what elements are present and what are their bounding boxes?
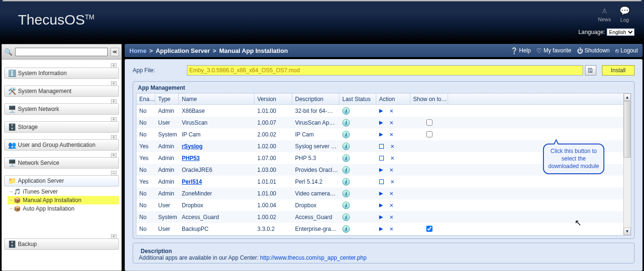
info-icon[interactable]: i [342, 166, 350, 174]
info-icon[interactable]: i [342, 213, 350, 221]
table-scrollbar[interactable]: ▲ ▼ [623, 93, 631, 235]
app-file-input[interactable] [187, 65, 583, 76]
table-row[interactable]: NoAdminX86Base1.01.0032-bit for 64-…i▶× [136, 105, 623, 117]
sidebar-item[interactable]: 🗄️Storage [4, 121, 119, 133]
nav-expand-icon[interactable]: + [111, 63, 117, 68]
info-icon[interactable]: i [342, 190, 350, 197]
sidebar-item[interactable]: 🖥️Network Service [4, 157, 119, 169]
nav-expand-icon[interactable]: + [111, 153, 117, 158]
col-show-on-login[interactable]: Show on lo… [410, 93, 448, 104]
col-description[interactable]: Description [292, 93, 339, 104]
sidebar-item[interactable]: 🛠️System Management [4, 85, 119, 97]
play-icon[interactable]: ▶ [379, 190, 383, 196]
app-link[interactable]: PHP53 [182, 155, 200, 161]
info-icon[interactable]: i [342, 202, 350, 209]
favorite-button[interactable]: ♡My favorite [536, 47, 571, 54]
play-icon[interactable]: ▶ [379, 214, 383, 220]
col-last-status[interactable]: Last Status [339, 93, 376, 104]
scroll-thumb[interactable] [624, 101, 631, 158]
show-on-login-checkbox[interactable] [426, 226, 432, 232]
table-row[interactable]: NoUserBackupPC3.3.0.2Enterprise-gra…i▶× [136, 223, 623, 235]
sidebar-search-input[interactable] [15, 48, 108, 56]
info-icon[interactable]: i [342, 143, 350, 150]
info-icon[interactable]: i [342, 131, 350, 138]
news-button[interactable]: ⟑News [598, 6, 611, 23]
nav-sub-icon: 📦 [14, 205, 21, 212]
remove-icon[interactable]: × [390, 166, 393, 174]
info-icon[interactable]: i [342, 119, 350, 127]
app-link[interactable]: rSyslog [182, 143, 203, 150]
sidebar-collapse-button[interactable]: ≪ [110, 48, 119, 56]
cell-name: Dropbox [179, 199, 254, 211]
table-row[interactable]: NoUserVirusScan1.00.07VirusScan Ap…i▶× [136, 117, 623, 128]
info-icon[interactable]: i [342, 178, 350, 186]
breadcrumb-home[interactable]: Home [129, 47, 146, 54]
remove-icon[interactable]: × [390, 154, 394, 162]
remove-icon[interactable]: × [390, 190, 393, 197]
cell-type: Admin [155, 164, 179, 176]
col-name[interactable]: Name [179, 93, 254, 104]
sidebar-item-label: System Management [18, 88, 71, 94]
sidebar-sub-item[interactable]: ⋯📦Auto App Installation [8, 204, 119, 213]
stop-icon[interactable] [379, 156, 384, 161]
install-button[interactable]: Install [602, 65, 635, 76]
info-icon[interactable]: i [342, 107, 350, 115]
sidebar-item-application-server[interactable]: 📁 Application Server [4, 175, 119, 186]
remove-icon[interactable]: × [390, 213, 393, 221]
show-on-login-checkbox[interactable] [426, 119, 432, 126]
sidebar-sub-item[interactable]: ⋯📦Manual App Installation [8, 196, 119, 204]
scroll-up-icon[interactable]: ▲ [624, 93, 631, 101]
sidebar-item[interactable]: 👥User and Group Authentication [4, 139, 119, 151]
nav-expand-icon[interactable]: + [111, 117, 117, 122]
logout-button[interactable]: ⎋Logout [615, 47, 638, 54]
show-on-login-checkbox[interactable] [426, 131, 432, 137]
col-enabled[interactable]: Ena… [136, 93, 155, 104]
browse-button[interactable]: 🖻 [585, 65, 596, 76]
info-icon[interactable]: i [342, 225, 350, 233]
sidebar-item-backup[interactable]: 🗄️ Backup [4, 238, 119, 250]
info-icon[interactable]: i [342, 154, 350, 162]
play-icon[interactable]: ▶ [379, 167, 383, 173]
table-row[interactable]: NoAdminZoneMinder1.01.00Video camera…i▶× [136, 187, 623, 199]
remove-icon[interactable]: × [390, 178, 394, 186]
remove-icon[interactable]: × [390, 107, 393, 115]
table-row[interactable]: NoSystemIP Cam2.00.02IP Cami▶× [136, 128, 623, 140]
remove-icon[interactable]: × [390, 225, 393, 233]
cell-name: Perl514 [179, 176, 254, 187]
stop-icon[interactable] [379, 179, 384, 184]
col-action[interactable]: Action [376, 93, 410, 104]
nav-expand-icon[interactable]: + [111, 99, 117, 104]
col-type[interactable]: Type [155, 93, 179, 104]
sidebar-sub-item[interactable]: ⋯🎵iTunes Server [8, 187, 119, 196]
play-icon[interactable]: ▶ [379, 108, 383, 114]
nav-expand-icon[interactable]: + [111, 135, 117, 140]
nav-collapse-icon[interactable]: − [111, 171, 117, 176]
play-icon[interactable]: ▶ [379, 119, 383, 126]
sidebar-item[interactable]: 🖥️System Network [4, 103, 119, 115]
nav-expand-icon[interactable]: + [111, 234, 117, 239]
remove-icon[interactable]: × [390, 131, 393, 138]
play-icon[interactable]: ▶ [379, 131, 383, 137]
log-button[interactable]: 💬Log [619, 6, 630, 23]
remove-icon[interactable]: × [390, 119, 393, 127]
cell-enabled: Yes [136, 176, 155, 187]
help-button[interactable]: ❔Help [510, 47, 531, 54]
shutdown-button[interactable]: ⏻Shutdown [577, 47, 610, 54]
table-row[interactable]: NoSystemAccess_Guard1.00.02Access_Guardi… [136, 211, 623, 223]
nav-icon: ℹ️ [8, 69, 16, 77]
remove-icon[interactable]: × [390, 202, 393, 209]
table-row[interactable]: YesAdminPerl5141.01.01Perl 5.14.2i× [136, 176, 623, 187]
col-version[interactable]: Version [254, 93, 292, 104]
stop-icon[interactable] [379, 144, 384, 149]
sidebar-item[interactable]: ℹ️System Information [4, 68, 119, 79]
remove-icon[interactable]: × [390, 143, 394, 150]
scroll-down-icon[interactable]: ▼ [624, 228, 631, 235]
app-center-link[interactable]: http://www.thecus.com/sp_app_center.php [260, 254, 366, 261]
cell-enabled: Yes [136, 152, 155, 164]
play-icon[interactable]: ▶ [379, 202, 383, 208]
table-row[interactable]: NoUserDropbox1.00.04Dropboxi▶× [136, 199, 623, 211]
nav-expand-icon[interactable]: + [111, 81, 117, 86]
play-icon[interactable]: ▶ [379, 226, 383, 232]
app-link[interactable]: Perl514 [182, 178, 202, 185]
language-select[interactable]: English [607, 28, 635, 36]
